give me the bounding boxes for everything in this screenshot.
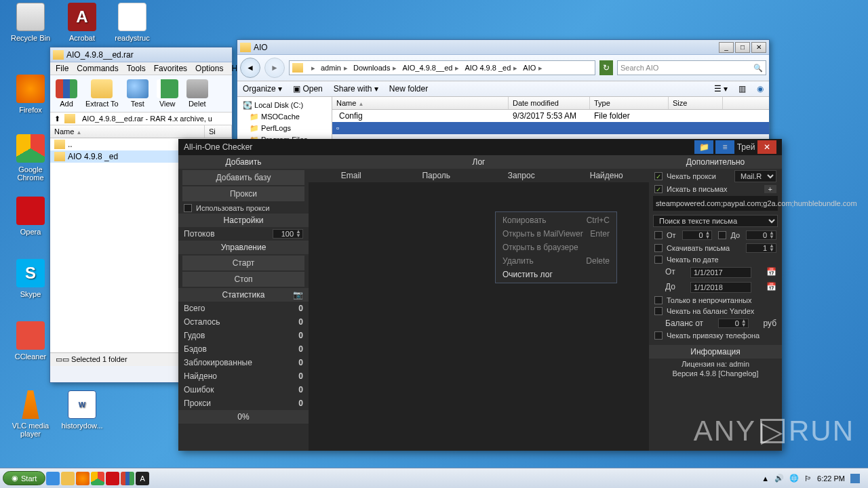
winrar-pathbar[interactable]: ⬆ AIO_4.9.8__ed.rar - RAR 4.x archive, u — [50, 113, 232, 125]
delete-button[interactable]: Delet — [186, 79, 208, 108]
aio-titlebar[interactable]: All-in-One Checker 📁 ≡ Трей ✕ — [178, 139, 782, 155]
check-phone-checkbox[interactable]: Чекать привязку телефона — [649, 330, 782, 341]
open-button[interactable]: ▣ Open — [293, 84, 323, 94]
date-from-input[interactable] — [690, 267, 751, 278]
menu-options[interactable]: Options — [195, 64, 223, 73]
col-found[interactable]: Найдено — [564, 171, 650, 180]
share-button[interactable]: Share with ▾ — [334, 84, 378, 94]
organize-button[interactable]: Organize ▾ — [243, 84, 282, 94]
aio-tray-button[interactable]: Трей — [736, 140, 755, 154]
to-input[interactable]: ▲▼ — [746, 230, 776, 240]
proxy-button[interactable]: Прокси — [182, 186, 304, 201]
stop-button[interactable]: Стоп — [182, 272, 304, 287]
view-button[interactable]: ☰ ▾ — [714, 84, 728, 94]
address-bar[interactable]: admin Downloads AIO_4.9.8__ed AIO 4.9.8 … — [289, 60, 595, 75]
minimize-button[interactable]: _ — [719, 42, 734, 53]
maximize-button[interactable]: □ — [735, 42, 750, 53]
calendar-icon[interactable]: 📅 — [766, 282, 776, 293]
proxy-provider-select[interactable]: Mail.Ru — [734, 170, 776, 182]
domains-input[interactable]: steampowered.com;paypal.com;g2a.com;humb… — [653, 196, 778, 211]
menu-commands[interactable]: Commands — [77, 64, 118, 73]
download-count[interactable]: ▲▼ — [746, 243, 776, 253]
add-button[interactable]: Add — [56, 79, 77, 108]
aio-folder-button[interactable]: 📁 — [694, 140, 713, 154]
balance-input[interactable]: ▲▼ — [718, 319, 749, 328]
start-button[interactable]: Старт — [182, 256, 304, 270]
view-button[interactable]: View — [157, 79, 178, 108]
tb-winrar-icon[interactable] — [121, 472, 134, 485]
newfolder-button[interactable]: New folder — [389, 84, 428, 94]
menu-favorites[interactable]: Favorites — [154, 64, 187, 73]
desktop-opera[interactable]: Opera — [7, 197, 54, 236]
file-row[interactable]: Config 9/3/2017 5:53 AM File folder — [332, 110, 769, 122]
tree-msocache[interactable]: 📁 MSOCache — [240, 111, 329, 123]
search-icon[interactable]: 🔍 — [753, 64, 763, 73]
col-name[interactable]: Name ▲ — [50, 125, 205, 138]
col-email[interactable]: Email — [309, 171, 394, 180]
desktop-recycle-bin[interactable]: Recycle Bin — [7, 3, 54, 42]
search-text-select[interactable]: Поиск в тексте письма — [653, 215, 778, 227]
tb-chrome-icon[interactable] — [91, 472, 104, 485]
add-base-button[interactable]: Добавить базу — [182, 170, 304, 185]
col-request[interactable]: Запрос — [479, 171, 564, 180]
use-proxy-checkbox[interactable]: Использовать прокси — [178, 203, 309, 214]
back-button[interactable]: ◄ — [240, 58, 260, 78]
date-to-input[interactable] — [690, 282, 751, 293]
start-button[interactable]: ◉ Start — [3, 471, 45, 485]
menu-tools[interactable]: Tools — [127, 64, 146, 73]
winrar-titlebar[interactable]: AIO_4.9.8__ed.rar — [50, 47, 232, 62]
forward-button[interactable]: ► — [264, 58, 285, 78]
ctx-item[interactable]: КопироватьCtrl+C — [496, 214, 616, 227]
tree-perflogs[interactable]: 📁 PerfLogs — [240, 123, 329, 134]
from-input[interactable]: ▲▼ — [682, 230, 713, 240]
tray-network-icon[interactable]: 🌐 — [789, 474, 799, 483]
tray-volume-icon[interactable]: 🔊 — [774, 474, 784, 483]
aio-close-button[interactable]: ✕ — [757, 140, 776, 154]
tray-up-icon[interactable]: ▲ — [762, 474, 769, 483]
camera-icon[interactable]: 📷 — [293, 290, 303, 300]
desktop-chrome[interactable]: Google Chrome — [7, 134, 54, 182]
aio-menu-button[interactable]: ≡ — [715, 140, 734, 154]
desktop-skype[interactable]: SSkype — [7, 259, 54, 298]
ctx-item[interactable]: Открыть в браузере — [496, 241, 616, 254]
tray-flag-icon[interactable]: 🏳 — [804, 474, 812, 483]
tray-time[interactable]: 6:22 PM — [817, 474, 845, 483]
only-unread-checkbox[interactable]: Только в непрочитанных — [649, 295, 782, 306]
download-mail-checkbox[interactable]: Скачивать письма ▲▼ — [649, 242, 782, 254]
calendar-icon[interactable]: 📅 — [766, 267, 776, 278]
ctx-item[interactable]: Открыть в MailViewerEnter — [496, 227, 616, 241]
close-button[interactable]: ✕ — [751, 42, 766, 53]
col-date[interactable]: Date modified — [509, 97, 590, 109]
extract-button[interactable]: Extract To — [85, 79, 119, 108]
desktop-readystruc[interactable]: readystruc — [108, 3, 156, 42]
explorer-titlebar[interactable]: AIO _ □ ✕ — [237, 40, 769, 55]
tb-opera-icon[interactable] — [106, 472, 119, 485]
col-size[interactable]: Si — [205, 125, 232, 138]
desktop-ccleaner[interactable]: CCleaner — [7, 321, 54, 361]
tb-firefox-icon[interactable] — [76, 472, 90, 485]
desktop-firefox[interactable]: Firefox — [7, 75, 54, 114]
tb-explorer-icon[interactable] — [61, 472, 75, 485]
col-type[interactable]: Type — [590, 97, 669, 109]
ctx-item[interactable]: УдалитьDelete — [496, 254, 616, 268]
preview-button[interactable]: ▥ — [738, 84, 746, 94]
tb-aio-icon[interactable]: A — [136, 472, 149, 485]
up-icon[interactable]: ⬆ — [54, 115, 60, 123]
test-button[interactable]: Test — [127, 79, 149, 108]
threads-input[interactable]: ▲▼ — [273, 229, 303, 239]
refresh-button[interactable]: ↻ — [599, 60, 613, 75]
check-yandex-checkbox[interactable]: Чекать на баланс Yandex — [649, 306, 782, 317]
desktop-acrobat[interactable]: AAcrobat — [58, 3, 106, 42]
col-password[interactable]: Пароль — [394, 171, 479, 180]
tb-ie-icon[interactable] — [46, 472, 60, 485]
show-desktop-button[interactable] — [850, 474, 860, 483]
desktop-vlc[interactable]: VLC media player — [7, 390, 54, 438]
check-proxy-checkbox[interactable]: ✓Чекать прокси Mail.Ru — [649, 169, 782, 184]
file-row-selected[interactable]: ▫ — [332, 122, 769, 134]
ctx-item[interactable]: Очистить лог — [496, 268, 616, 281]
search-input[interactable]: Search AIO🔍 — [617, 60, 766, 75]
search-mail-checkbox[interactable]: ✓Искать в письмах + — [649, 184, 782, 195]
plus-button[interactable]: + — [764, 185, 776, 193]
menu-file[interactable]: File — [56, 64, 68, 73]
desktop-historydow[interactable]: Whistorydow... — [58, 390, 106, 430]
